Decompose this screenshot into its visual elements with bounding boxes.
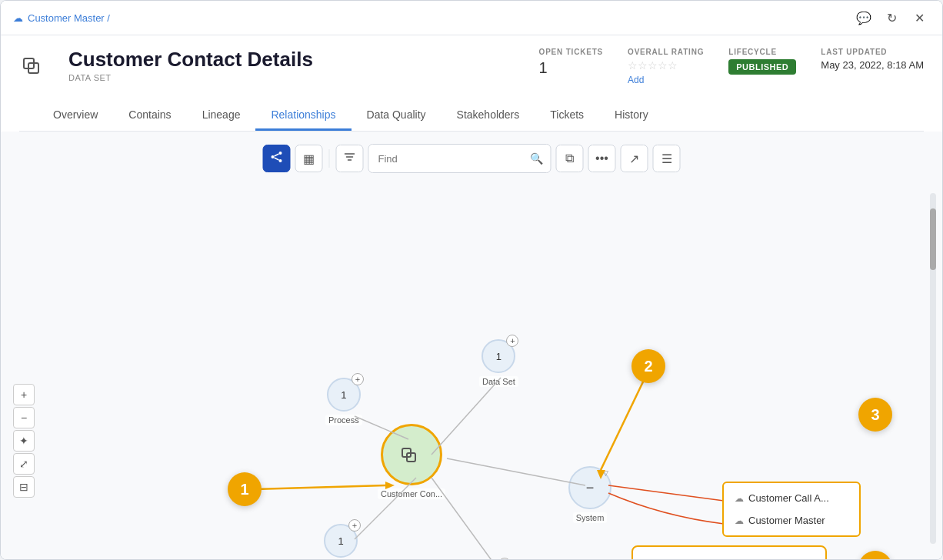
comment-button[interactable]: 💬 bbox=[853, 7, 875, 28]
page-subtitle: DATA SET bbox=[68, 73, 521, 82]
policy-node-plus[interactable]: + bbox=[348, 519, 361, 532]
tab-contains[interactable]: Contains bbox=[113, 101, 186, 131]
toolbar-divider bbox=[329, 149, 330, 168]
more-icon: ••• bbox=[595, 152, 608, 165]
open-tickets-value: 1 bbox=[539, 59, 604, 77]
layers-button[interactable]: ⊟ bbox=[13, 476, 35, 498]
add-rating-link[interactable]: Add bbox=[628, 75, 704, 85]
lifecycle-label: LIFECYCLE bbox=[728, 48, 796, 56]
system-node-label: System bbox=[573, 512, 608, 523]
filter-button[interactable] bbox=[336, 145, 364, 172]
dataset-node-label: Data Set bbox=[479, 376, 518, 387]
external-icon: ↗ bbox=[629, 152, 639, 166]
breadcrumb[interactable]: ☁ Customer Master / bbox=[13, 12, 110, 24]
dataset-node[interactable]: 1 + Data Set bbox=[479, 339, 518, 387]
refresh-button[interactable]: ↻ bbox=[881, 7, 902, 28]
last-updated-label: LAST UPDATED bbox=[821, 48, 924, 56]
svg-line-12 bbox=[255, 485, 385, 489]
graph-toolbar: ▦ 🔍 ⧉ ••• ↗ bbox=[263, 144, 681, 173]
dataset-icon bbox=[19, 51, 50, 82]
svg-point-3 bbox=[279, 152, 282, 155]
svg-point-4 bbox=[279, 159, 282, 162]
system-node-circle[interactable]: − ▽ bbox=[568, 466, 611, 509]
search-input[interactable] bbox=[369, 147, 523, 171]
popup-list: ☁ Customer Call A... ☁ Customer Master bbox=[722, 482, 861, 537]
expand-button[interactable]: ⤢ bbox=[13, 453, 35, 475]
external-link-button[interactable]: ↗ bbox=[621, 145, 648, 172]
step-2-bubble: 2 bbox=[631, 349, 665, 383]
tab-relationships[interactable]: Relationships bbox=[255, 101, 351, 131]
rating-stars[interactable]: ☆☆☆☆☆ bbox=[628, 59, 704, 72]
graph-area: ▦ 🔍 ⧉ ••• ↗ bbox=[1, 132, 942, 559]
tab-lineage[interactable]: Lineage bbox=[187, 101, 256, 131]
svg-line-5 bbox=[275, 154, 279, 156]
svg-point-2 bbox=[272, 155, 275, 158]
close-icon: ✕ bbox=[915, 11, 925, 25]
svg-line-11 bbox=[447, 458, 585, 485]
process-node-plus[interactable]: + bbox=[352, 373, 364, 385]
scrollbar-thumb[interactable] bbox=[930, 208, 936, 270]
sidebar-icon: ☰ bbox=[661, 152, 672, 166]
system-node[interactable]: − ▽ System bbox=[568, 466, 611, 523]
step-1-bubble: 1 bbox=[228, 472, 262, 506]
popup-item-label-0: Customer Call A... bbox=[748, 492, 829, 504]
center-node[interactable]: Customer Con... bbox=[378, 424, 445, 499]
open-tickets-label: OPEN TICKETS bbox=[539, 48, 604, 56]
zoom-out-button[interactable]: − bbox=[13, 407, 35, 428]
tab-tickets[interactable]: Tickets bbox=[535, 101, 599, 131]
svg-line-14 bbox=[601, 374, 647, 470]
cloud-icon-1: ☁ bbox=[735, 515, 744, 526]
page-title: Customer Contact Details bbox=[68, 48, 521, 72]
cloud-icon-0: ☁ bbox=[735, 493, 744, 504]
popup-item-0[interactable]: ☁ Customer Call A... bbox=[730, 489, 853, 507]
svg-line-6 bbox=[275, 158, 279, 160]
copy-icon: ⧉ bbox=[565, 152, 574, 165]
tab-data-quality[interactable]: Data Quality bbox=[352, 101, 442, 131]
center-node-label: Customer Con... bbox=[378, 488, 445, 499]
overall-rating-label: OVERALL RATING bbox=[628, 48, 704, 56]
graph-icon bbox=[270, 150, 284, 167]
zoom-controls: + − ✦ ⤢ ⊟ bbox=[13, 384, 35, 498]
column-node-plus[interactable]: + bbox=[498, 558, 511, 559]
svg-line-16 bbox=[608, 485, 724, 501]
search-button[interactable]: 🔍 bbox=[523, 145, 551, 172]
graph-view-button[interactable] bbox=[263, 145, 291, 172]
fit-button[interactable]: ✦ bbox=[13, 430, 35, 452]
sidebar-toggle-button[interactable]: ☰ bbox=[653, 145, 681, 172]
dataset-node-plus[interactable]: + bbox=[506, 335, 518, 347]
tab-bar: Overview Contains Lineage Relationships … bbox=[19, 92, 924, 132]
popup-item-1[interactable]: ☁ Customer Master bbox=[730, 512, 853, 529]
close-button[interactable]: ✕ bbox=[908, 7, 930, 28]
search-box: 🔍 bbox=[368, 144, 551, 173]
info-card: ☁ Customer Master SYSTEM SQL Database wi… bbox=[631, 545, 827, 559]
refresh-icon: ↻ bbox=[887, 11, 897, 25]
tab-stakeholders[interactable]: Stakeholders bbox=[442, 101, 535, 131]
popup-item-label-1: Customer Master bbox=[748, 515, 825, 526]
tab-overview[interactable]: Overview bbox=[38, 101, 113, 131]
comment-icon: 💬 bbox=[856, 11, 871, 25]
lifecycle-badge: PUBLISHED bbox=[728, 59, 796, 75]
copy-button[interactable]: ⧉ bbox=[556, 145, 584, 172]
more-button[interactable]: ••• bbox=[588, 145, 616, 172]
cloud-icon: ☁ bbox=[13, 12, 23, 24]
step-3-bubble: 3 bbox=[858, 398, 892, 432]
scrollbar-track bbox=[930, 193, 936, 544]
step-4-bubble: 4 bbox=[858, 551, 892, 559]
filter-icon bbox=[344, 151, 356, 166]
grid-view-button[interactable]: ▦ bbox=[295, 145, 323, 172]
last-updated-value: May 23, 2022, 8:18 AM bbox=[821, 59, 924, 71]
zoom-in-button[interactable]: + bbox=[13, 384, 35, 405]
tab-history[interactable]: History bbox=[599, 101, 664, 131]
grid-icon: ▦ bbox=[303, 152, 315, 166]
process-node[interactable]: 1 + Process bbox=[325, 378, 362, 425]
process-node-label: Process bbox=[325, 415, 362, 425]
policy-node[interactable]: 1 + Policy bbox=[324, 524, 358, 559]
center-node-circle[interactable] bbox=[381, 424, 442, 485]
